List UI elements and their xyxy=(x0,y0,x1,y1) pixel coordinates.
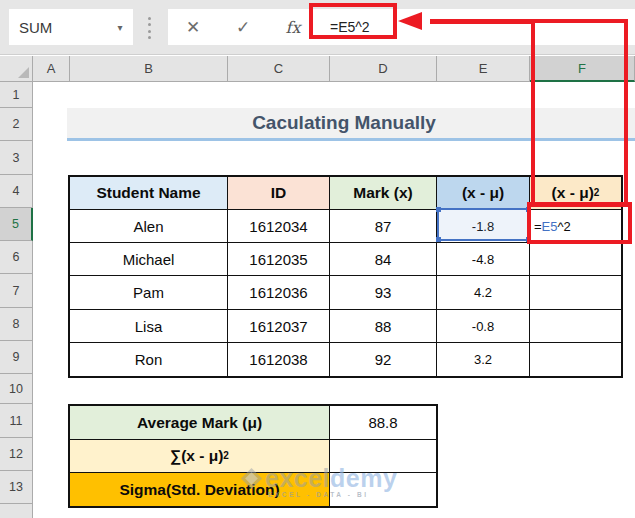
row-header-5[interactable]: 5 xyxy=(0,208,33,241)
row-header-3[interactable]: 3 xyxy=(0,141,33,175)
cell-e9-deviation[interactable]: 3.2 xyxy=(437,343,530,376)
annotation-box-f-column xyxy=(531,19,628,207)
label-average-mark[interactable]: Average Mark (μ) xyxy=(70,406,330,440)
name-box[interactable]: SUM ▾ xyxy=(9,9,133,45)
column-header-a[interactable]: A xyxy=(33,56,70,82)
cell-e6-deviation[interactable]: -4.8 xyxy=(437,243,530,276)
cell-c8-id[interactable]: 1612037 xyxy=(228,310,330,343)
value-average-mark[interactable]: 88.8 xyxy=(330,406,436,440)
cell-f7[interactable] xyxy=(530,276,621,310)
column-header-e[interactable]: E xyxy=(437,56,530,82)
cell-d7-mark[interactable]: 93 xyxy=(330,276,437,310)
cell-b5-name[interactable]: Alen xyxy=(70,210,228,243)
e5-reference-selection xyxy=(437,208,530,241)
cell-f9[interactable] xyxy=(530,343,621,376)
name-box-dropdown-icon[interactable]: ▾ xyxy=(107,9,133,45)
cell-d5-mark[interactable]: 87 xyxy=(330,210,437,243)
header-deviation[interactable]: (x - μ) xyxy=(437,177,530,210)
row-header-2[interactable]: 2 xyxy=(0,108,33,141)
column-header-c[interactable]: C xyxy=(228,56,330,82)
cell-c7-id[interactable]: 1612036 xyxy=(228,276,330,310)
row-header-12[interactable]: 12 xyxy=(0,438,33,471)
sheet-title: Caculating Manually xyxy=(252,112,436,134)
row-header-7[interactable]: 7 xyxy=(0,274,33,308)
label-sigma[interactable]: Sigma(Std. Deviation) xyxy=(70,473,330,506)
value-sum-squared-dev[interactable] xyxy=(330,440,436,473)
row-header-1[interactable]: 1 xyxy=(0,82,33,108)
row-header-9[interactable]: 9 xyxy=(0,341,33,374)
row-header-partial[interactable] xyxy=(0,504,33,518)
cell-f6[interactable] xyxy=(530,243,621,276)
select-all-triangle-icon xyxy=(18,67,29,78)
summary-table: Average Mark (μ) 88.8 ∑(x - μ)2 Sigma(St… xyxy=(68,404,438,508)
annotation-arrowhead-icon xyxy=(398,12,422,30)
value-sigma[interactable] xyxy=(330,473,436,506)
cell-c5-id[interactable]: 1612034 xyxy=(228,210,330,243)
label-sum-squared-dev[interactable]: ∑(x - μ)2 xyxy=(70,440,330,473)
header-mark[interactable]: Mark (x) xyxy=(330,177,437,210)
cell-f8[interactable] xyxy=(530,310,621,343)
row-header-4[interactable]: 4 xyxy=(0,175,33,208)
name-box-value[interactable]: SUM xyxy=(9,19,107,36)
excel-window: SUM ▾ ✕ ✓ fx =E5^2 A B C D E F 1 2 3 4 5… xyxy=(0,0,635,518)
cell-d6-mark[interactable]: 84 xyxy=(330,243,437,276)
cancel-icon[interactable]: ✕ xyxy=(168,17,218,38)
column-header-d[interactable]: D xyxy=(330,56,437,82)
select-all-button[interactable] xyxy=(0,56,33,82)
header-student-name[interactable]: Student Name xyxy=(70,177,228,210)
cell-d9-mark[interactable]: 92 xyxy=(330,343,437,376)
cell-b8-name[interactable]: Lisa xyxy=(70,310,228,343)
formula-bar-separator xyxy=(148,17,152,39)
row-header-10[interactable]: 10 xyxy=(0,374,33,404)
cell-c9-id[interactable]: 1612038 xyxy=(228,343,330,376)
cell-b6-name[interactable]: Michael xyxy=(70,243,228,276)
cell-d8-mark[interactable]: 88 xyxy=(330,310,437,343)
annotation-box-f5-cell xyxy=(527,202,632,244)
cell-c6-id[interactable]: 1612035 xyxy=(228,243,330,276)
annotation-arrow-line xyxy=(430,19,535,24)
row-header-13[interactable]: 13 xyxy=(0,471,33,504)
selection-handle-icon[interactable] xyxy=(436,237,441,242)
cell-b7-name[interactable]: Pam xyxy=(70,276,228,310)
row-header-8[interactable]: 8 xyxy=(0,308,33,341)
annotation-box-formula-bar xyxy=(309,3,397,39)
row-header-6[interactable]: 6 xyxy=(0,241,33,274)
row-header-11[interactable]: 11 xyxy=(0,404,33,438)
cell-b9-name[interactable]: Ron xyxy=(70,343,228,376)
cell-e7-deviation[interactable]: 4.2 xyxy=(437,276,530,310)
enter-icon[interactable]: ✓ xyxy=(218,17,268,38)
header-id[interactable]: ID xyxy=(228,177,330,210)
column-header-b[interactable]: B xyxy=(70,56,228,82)
selection-handle-icon[interactable] xyxy=(436,207,441,212)
cell-e8-deviation[interactable]: -0.8 xyxy=(437,310,530,343)
